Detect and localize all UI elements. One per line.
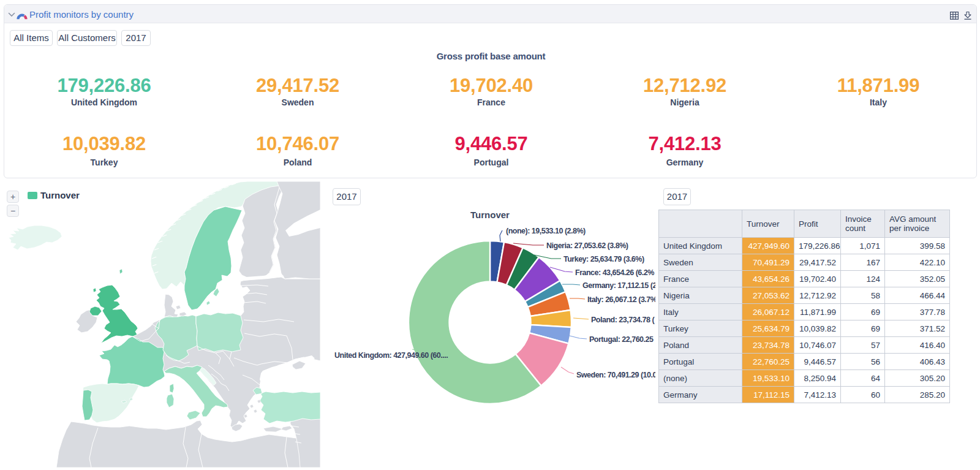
svg-text:Portugal: 22,760.25: Portugal: 22,760.25 [589,335,654,344]
svg-text:Germany: 17,112.15 (2.: Germany: 17,112.15 (2. [582,281,655,290]
svg-text:France: 43,654.26 (6.2%: France: 43,654.26 (6.2% [575,268,654,277]
svg-text:Turkey: 25,634.79 (3.6%): Turkey: 25,634.79 (3.6%) [564,255,644,263]
svg-text:United Kingdom: 427,949.60 (60: United Kingdom: 427,949.60 (60.... [334,351,448,360]
svg-text:Sweden: 70,491.29 (10.0: Sweden: 70,491.29 (10.0 [576,371,655,379]
svg-text:Poland: 23,734.78 (: Poland: 23,734.78 ( [591,316,655,324]
svg-text:Nigeria: 27,053.62 (3.8%): Nigeria: 27,053.62 (3.8%) [546,241,628,250]
svg-text:(none): 19,533.10 (2.8%): (none): 19,533.10 (2.8%) [506,227,586,235]
svg-text:Italy: 26,067.12 (3.7%: Italy: 26,067.12 (3.7% [587,295,655,304]
